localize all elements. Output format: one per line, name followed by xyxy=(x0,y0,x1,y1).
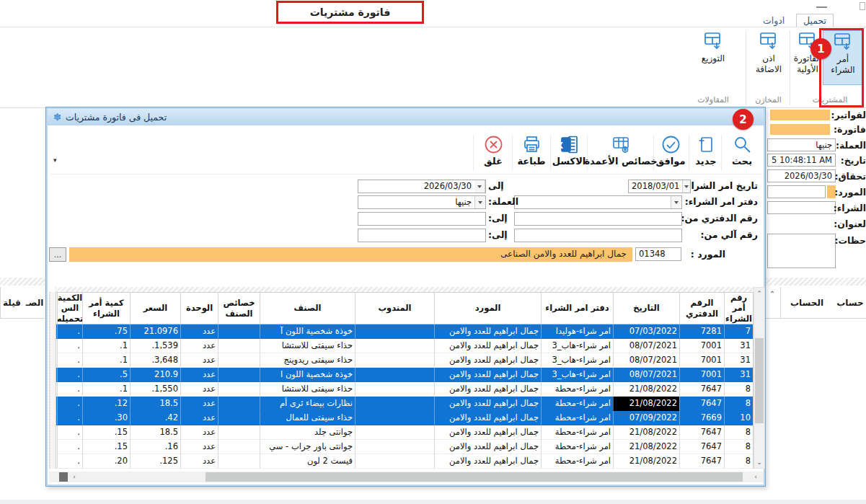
grid-cell[interactable]: عدد xyxy=(180,368,218,382)
column-header[interactable]: الوحدة xyxy=(180,293,218,324)
table-row[interactable]: 8764721/08/2022امر شراء-محطةجمال ابراهيم… xyxy=(56,440,753,454)
grid-cell[interactable]: حذاء سيفتى للاستشا xyxy=(260,382,355,397)
grid-cell[interactable]: جمال ابراهيم للعدد والامن xyxy=(434,411,541,425)
scroll-up-icon[interactable]: ⌃ xyxy=(767,290,777,297)
grid-cell[interactable]: عدد xyxy=(180,397,218,411)
supplier-name-field[interactable]: جمال ابراهيم للعدد والامن الصناعى xyxy=(69,247,632,262)
minimize-icon[interactable] xyxy=(816,6,827,8)
grid-cell[interactable] xyxy=(355,397,434,411)
grid-cell[interactable]: عدد xyxy=(180,382,218,397)
grid-cell[interactable] xyxy=(218,397,260,411)
grid-cell[interactable] xyxy=(355,368,434,382)
grid-cell[interactable]: 30. xyxy=(82,411,130,425)
grid-cell[interactable]: 1. xyxy=(82,353,130,368)
grid-cell[interactable]: 75. xyxy=(82,324,130,339)
grid-cell[interactable]: امر شراء-هاب_3 xyxy=(541,339,613,353)
grid-cell[interactable]: 21.0976 xyxy=(130,324,180,339)
grid-cell[interactable] xyxy=(355,411,434,425)
table-row[interactable]: 31700108/07/2021امر شراء-هاب_3جمال ابراه… xyxy=(56,368,753,382)
distribution-button[interactable]: التوزيع xyxy=(691,30,735,85)
grid-cell[interactable]: . xyxy=(57,425,82,440)
column-header[interactable]: الكمية الس تحميله xyxy=(57,293,82,324)
grid-cell[interactable] xyxy=(355,324,434,339)
grid-cell[interactable]: امر شراء-هوليدا xyxy=(541,324,613,339)
grid-cell[interactable] xyxy=(218,353,260,368)
grid-cell[interactable]: 21/08/2022 xyxy=(613,440,679,454)
notes-field[interactable] xyxy=(767,234,836,268)
grid-cell[interactable]: 1. xyxy=(82,339,130,353)
due-date-field[interactable]: 2026/03/30 xyxy=(767,169,836,182)
grid-cell[interactable] xyxy=(355,353,434,368)
item-column-header[interactable]: الصـ xyxy=(25,287,45,318)
grid-cell[interactable] xyxy=(218,368,260,382)
grid-cell[interactable]: عدد xyxy=(180,440,218,454)
grid-cell[interactable]: نظارات بيضاء ثرى أم xyxy=(260,397,355,411)
grid-cell[interactable]: فيست 2 لون xyxy=(260,454,355,469)
scrollbar-thumb[interactable] xyxy=(755,338,764,423)
grid-cell[interactable] xyxy=(355,339,434,353)
scroll-down-icon[interactable]: ⌄ xyxy=(754,459,764,466)
scrollbar-box[interactable] xyxy=(59,472,68,482)
grid-cell[interactable]: عدد xyxy=(180,425,218,440)
grid-cell[interactable]: 7647 xyxy=(679,397,724,411)
grid-cell[interactable]: جمال ابراهيم للعدد والامن xyxy=(434,454,541,469)
grid-cell[interactable] xyxy=(218,339,260,353)
grid-cell[interactable]: امر شراء-هاب_3 xyxy=(541,368,613,382)
supplier-code-input[interactable]: 01348 xyxy=(635,247,681,261)
account-column-header[interactable]: الحساب xyxy=(780,287,833,318)
chevron-down-icon[interactable] xyxy=(474,196,485,208)
grid-cell[interactable]: امر شراء-محطة xyxy=(541,425,613,440)
grid-cell[interactable]: 125. xyxy=(130,454,180,469)
grid-cell[interactable]: عدد xyxy=(180,339,218,353)
grid-cell[interactable]: 21/08/2022 xyxy=(613,454,679,469)
grid-cell[interactable]: عدد xyxy=(180,454,218,469)
table-row[interactable]: 8764721/08/2022امر شراء-محطةجمال ابراهيم… xyxy=(56,397,753,411)
invoice-no-field[interactable] xyxy=(770,124,830,135)
window-control-icon[interactable] xyxy=(860,2,865,10)
search-button[interactable]: بحث xyxy=(724,135,760,167)
grid-cell[interactable]: جمال ابراهيم للعدد والامن xyxy=(434,353,541,368)
grid-cell[interactable]: 12. xyxy=(82,397,130,411)
grid-cell[interactable] xyxy=(218,454,260,469)
order-date-to-picker[interactable]: 2026/03/30 xyxy=(358,180,486,193)
grid-cell[interactable]: 31 xyxy=(724,353,753,368)
chevron-down-icon[interactable] xyxy=(682,180,690,193)
grid-cell[interactable]: 3,648. xyxy=(130,353,180,368)
table-row[interactable]: 10766907/09/2022امر شراء-محطةجمال ابراهي… xyxy=(56,411,753,425)
column-header[interactable]: خصائص الصنف xyxy=(218,293,260,324)
grid-cell[interactable]: 210.9 xyxy=(130,368,180,382)
date-field[interactable]: 5 10:48:11 AM xyxy=(767,154,836,167)
scroll-left-icon[interactable]: ‹ xyxy=(69,473,79,480)
table-row[interactable]: 8764721/08/2022امر شراء-محطةجمال ابراهيم… xyxy=(56,454,753,469)
grid-cell[interactable]: . xyxy=(57,368,82,382)
grid-cell[interactable]: 21/08/2022 xyxy=(613,425,679,440)
close-button[interactable]: غلق xyxy=(477,135,510,167)
grid-cell[interactable] xyxy=(218,425,260,440)
grid-cell[interactable]: جمال ابراهيم للعدد والامن xyxy=(434,440,541,454)
grid-cell[interactable]: جمال ابراهيم للعدد والامن xyxy=(434,425,541,440)
grid-cell[interactable]: 15. xyxy=(82,440,130,454)
auto-no-from-input[interactable] xyxy=(514,229,682,242)
purchase-rep-field[interactable] xyxy=(767,201,836,214)
grid-cell[interactable]: . xyxy=(57,324,82,339)
grid-cell[interactable]: 08/07/2021 xyxy=(613,368,679,382)
scroll-right-icon[interactable]: › xyxy=(750,473,761,480)
grid-cell[interactable]: 7647 xyxy=(679,440,724,454)
table-row[interactable]: 31700108/07/2021امر شراء-هاب_3جمال ابراه… xyxy=(56,339,753,353)
vertical-scrollbar[interactable]: ⌃ ⌄ xyxy=(754,287,765,469)
grid-cell[interactable]: جوانتى باور جراب - سي xyxy=(260,440,355,454)
grid-cell[interactable]: 21/08/2022 xyxy=(613,397,679,411)
grid-cell[interactable] xyxy=(218,440,260,454)
chevron-down-icon[interactable] xyxy=(671,196,681,208)
grid-cell[interactable]: امر شراء-محطة xyxy=(541,382,613,397)
grid-cell[interactable]: امر شراء-محطة xyxy=(541,411,613,425)
grid-cell[interactable]: حذاء سيفتى للعمال xyxy=(260,411,355,425)
add-permission-button[interactable]: اذنالاضافة xyxy=(750,30,787,85)
tab-tools[interactable]: ادوات xyxy=(763,15,785,26)
grid-cell[interactable]: 07/03/2022 xyxy=(613,324,679,339)
column-header[interactable]: كمية أمر الشراء xyxy=(82,293,130,324)
grid-cell[interactable]: 07/09/2022 xyxy=(613,411,679,425)
new-button[interactable]: جديد xyxy=(691,135,721,167)
grid-cell[interactable]: 18.5 xyxy=(130,397,180,411)
grid-cell[interactable]: . xyxy=(57,454,82,469)
